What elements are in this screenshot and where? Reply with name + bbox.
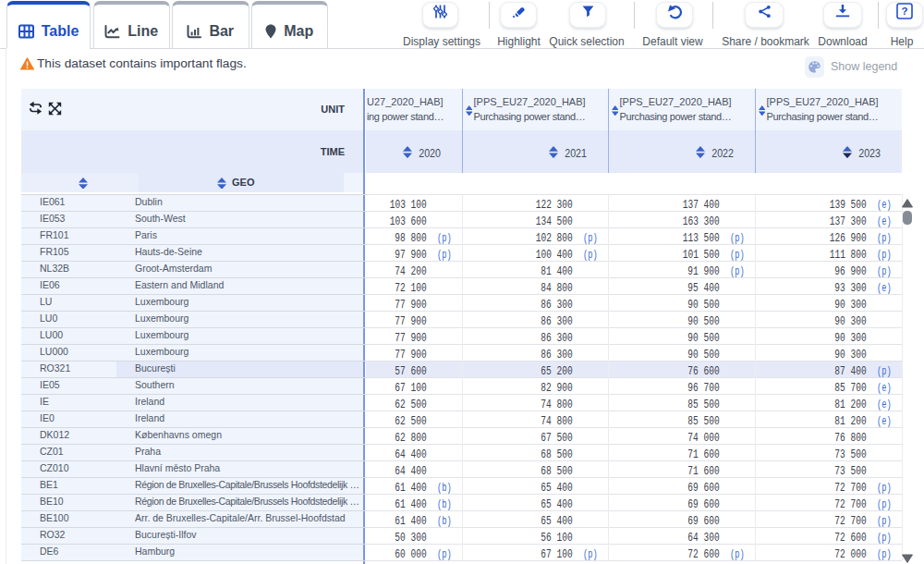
svg-text:?: ? — [901, 6, 907, 17]
